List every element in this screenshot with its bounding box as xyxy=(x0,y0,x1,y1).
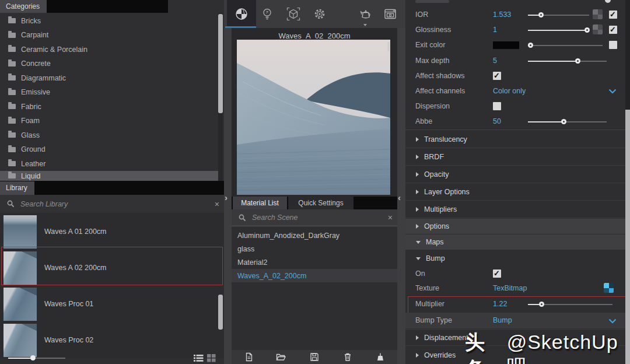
lights-icon[interactable] xyxy=(260,6,275,22)
section-multipliers[interactable]: Multipliers xyxy=(405,201,625,218)
category-item[interactable]: Ground xyxy=(0,142,224,157)
param-row-exit-color: Exit color xyxy=(405,37,625,52)
categories-scrollbar-thumb[interactable] xyxy=(218,14,223,113)
bump-texture-slot-icon[interactable] xyxy=(604,283,614,293)
preview-material-name: Waves_A_02_200cm xyxy=(232,32,397,40)
section-maps[interactable]: Maps xyxy=(405,235,625,250)
purge-icon[interactable] xyxy=(376,352,385,362)
param-value[interactable]: 1.533 xyxy=(493,7,511,22)
collapsed-arrow-icon xyxy=(416,207,419,212)
grid-view-icon[interactable] xyxy=(207,354,216,362)
category-item[interactable]: Foam xyxy=(0,114,224,128)
param-value[interactable]: 50 xyxy=(493,114,501,129)
list-view-icon[interactable] xyxy=(194,354,204,362)
open-file-icon[interactable] xyxy=(276,352,286,362)
bump-type-value[interactable]: Bump xyxy=(493,313,512,328)
render-dropdown-arrow-icon[interactable] xyxy=(363,24,367,26)
category-item[interactable]: Diagrammatic xyxy=(0,71,224,85)
library-search-input[interactable] xyxy=(19,200,215,209)
slider-handle[interactable] xyxy=(561,119,566,124)
settings-gear-icon[interactable] xyxy=(312,6,327,22)
collapse-panel-icon[interactable]: ‹ xyxy=(398,192,401,202)
param-value[interactable]: 5 xyxy=(493,53,497,68)
bump-texture-value[interactable]: TexBitmap xyxy=(493,281,527,296)
properties-scrollbar-thumb[interactable] xyxy=(625,110,630,364)
texture-slot-icon[interactable] xyxy=(593,24,603,34)
ior-slider[interactable] xyxy=(528,12,589,18)
clear-search-icon[interactable]: × xyxy=(215,200,219,208)
scene-material-row[interactable]: glass xyxy=(232,242,397,256)
section-translucency[interactable]: Translucency xyxy=(405,131,625,148)
section-label: Overrides xyxy=(424,351,456,359)
slider-handle[interactable] xyxy=(575,58,580,64)
slider-handle[interactable] xyxy=(30,355,36,360)
slider-handle[interactable] xyxy=(584,27,590,33)
add-material-icon[interactable] xyxy=(244,352,254,362)
exit-color-checkbox[interactable] xyxy=(609,41,617,49)
category-item[interactable]: Bricks xyxy=(0,13,224,28)
material-preview-image xyxy=(237,40,390,195)
chevron-down-icon[interactable] xyxy=(608,89,617,94)
delete-icon[interactable] xyxy=(343,352,352,362)
categories-scrollbar[interactable] xyxy=(218,13,223,181)
clear-search-icon[interactable]: × xyxy=(388,214,393,222)
preview-scrollbar-thumb[interactable] xyxy=(387,42,390,51)
library-item-selected[interactable]: Waves A 02 200cm xyxy=(0,250,224,286)
collapsed-arrow-icon xyxy=(416,172,419,177)
panel-collapse-strip-left[interactable]: › xyxy=(224,0,232,364)
materials-icon[interactable] xyxy=(234,6,249,22)
tab-categories[interactable]: Categories xyxy=(0,0,47,13)
category-item[interactable]: Glass xyxy=(0,128,224,142)
affect-channels-value[interactable]: Color only xyxy=(493,83,526,99)
save-icon[interactable] xyxy=(310,352,319,362)
category-item[interactable]: Concrete xyxy=(0,57,224,71)
expanded-arrow-icon xyxy=(416,241,421,244)
scene-search-input[interactable] xyxy=(251,213,388,222)
library-scrollbar-thumb[interactable] xyxy=(218,295,223,330)
category-item[interactable]: Carpaint xyxy=(0,28,224,43)
exit-color-slider[interactable] xyxy=(528,43,603,48)
properties-scrollbar[interactable] xyxy=(625,0,630,364)
bump-multiplier-value[interactable]: 1.22 xyxy=(493,296,507,312)
exit-color-swatch[interactable] xyxy=(493,41,519,49)
panel-collapse-strip-right[interactable]: ‹ xyxy=(397,0,405,364)
library-item[interactable]: Waves Proc 01 xyxy=(0,286,224,322)
affect-shadows-checkbox[interactable] xyxy=(493,72,501,80)
section-layer-options[interactable]: Layer Options xyxy=(405,183,625,201)
frame-buffer-icon[interactable] xyxy=(383,6,398,22)
section-options[interactable]: Options xyxy=(405,219,625,234)
section-brdf[interactable]: BRDF xyxy=(405,148,625,166)
scene-material-row[interactable]: Material2 xyxy=(232,256,397,269)
ior-checkbox[interactable] xyxy=(609,10,617,19)
tab-material-list[interactable]: Material List xyxy=(233,197,287,209)
bump-on-checkbox[interactable] xyxy=(493,270,501,278)
category-item[interactable]: Leather xyxy=(0,156,224,171)
param-value[interactable]: 1 xyxy=(493,22,497,37)
bump-multiplier-slider[interactable] xyxy=(528,302,612,307)
slider-handle[interactable] xyxy=(538,12,544,18)
category-item[interactable]: Emissive xyxy=(0,85,224,100)
subsection-bump[interactable]: Bump xyxy=(405,251,625,266)
dispersion-checkbox[interactable] xyxy=(493,102,501,110)
scene-material-row[interactable]: Aluminum_Anodized_DarkGray xyxy=(232,229,397,242)
geometry-icon[interactable] xyxy=(286,6,301,22)
slider-handle[interactable] xyxy=(539,302,544,307)
max-depth-slider[interactable] xyxy=(528,58,607,64)
abbe-slider[interactable] xyxy=(528,119,607,124)
library-item[interactable]: Waves A 01 200cm xyxy=(0,214,224,250)
slider-handle[interactable] xyxy=(528,43,533,48)
category-item[interactable]: Fabric xyxy=(0,99,224,114)
glossiness-slider[interactable] xyxy=(528,27,589,33)
category-item[interactable]: Ceramic & Porcelain xyxy=(0,42,224,57)
tab-quick-settings[interactable]: Quick Settings xyxy=(288,197,354,209)
section-opacity[interactable]: Opacity xyxy=(405,166,625,183)
glossiness-checkbox[interactable] xyxy=(609,26,617,34)
tab-library[interactable]: Library xyxy=(0,181,34,195)
expand-panel-icon[interactable]: › xyxy=(225,192,228,202)
thumbnail-size-slider[interactable] xyxy=(8,358,65,359)
category-item-selected[interactable]: Liquid xyxy=(0,171,219,181)
scene-material-row-selected[interactable]: Waves_A_02_200cm xyxy=(232,269,397,282)
texture-slot-icon[interactable] xyxy=(593,9,603,19)
render-teapot-icon[interactable] xyxy=(358,6,373,22)
chevron-down-icon[interactable] xyxy=(608,318,617,324)
